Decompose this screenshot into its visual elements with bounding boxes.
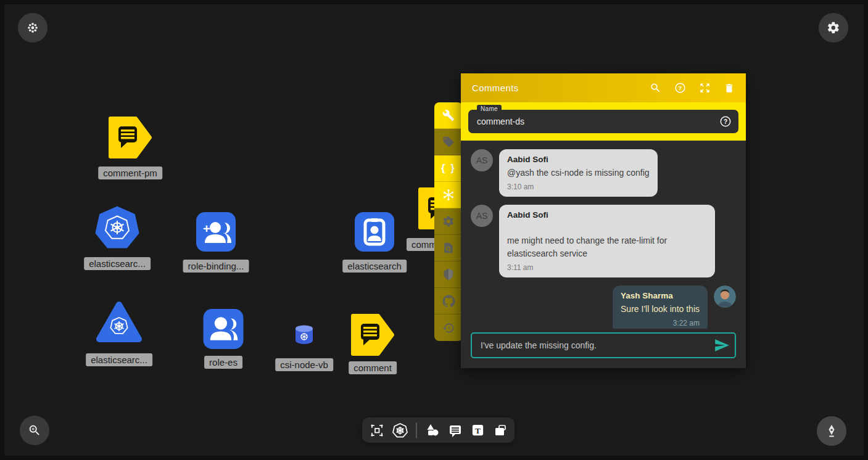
message-bubble: Aabid Sofi @yash the csi-node is missing… — [499, 149, 658, 197]
pen-tool-button[interactable] — [817, 416, 846, 446]
message-text: @yash the csi-node is missing config — [507, 166, 650, 179]
message-author: Aabid Sofi — [507, 210, 707, 220]
delete-icon[interactable] — [724, 83, 735, 94]
message-row: AS Aabid Sofi me might need to change th… — [471, 205, 736, 277]
expand-icon[interactable] — [699, 82, 711, 94]
history-tool-button[interactable] — [434, 314, 463, 341]
canvas[interactable]: comment-pm elasticsearc... + role-bindin… — [4, 4, 864, 456]
github-tool-button[interactable] — [434, 288, 463, 314]
settings-button[interactable] — [819, 13, 848, 43]
node-action-toolbar: { } — [434, 102, 463, 341]
app-flower-button[interactable] — [18, 13, 48, 43]
help-icon[interactable]: ? — [719, 115, 732, 128]
node-comment-pm[interactable] — [108, 116, 152, 162]
node-comment[interactable] — [350, 313, 395, 359]
message-author: Aabid Sofi — [507, 155, 650, 164]
comments-panel-header[interactable]: Comments ? — [461, 73, 746, 102]
shape-palette-toolbar: T — [362, 417, 515, 443]
history-icon — [442, 322, 455, 334]
help-icon[interactable]: ? — [674, 82, 686, 94]
comments-panel: Comments ? Name — [461, 73, 746, 368]
message-time: 3:11 am — [507, 263, 707, 272]
avatar-initials: AS — [471, 205, 493, 227]
node-elasticsearch-heptagon[interactable] — [95, 206, 139, 253]
kubernetes-heptagon-icon — [95, 206, 139, 250]
kubernetes-tool-button[interactable] — [392, 422, 408, 438]
avatar-photo — [714, 285, 736, 308]
search-icon[interactable] — [650, 82, 661, 94]
scan-document-icon — [442, 242, 455, 254]
shield-icon — [442, 268, 455, 281]
toolbar-divider — [416, 422, 417, 438]
node-label-csi-node-vb: csi-node-vb — [275, 358, 333, 371]
svg-text:?: ? — [679, 84, 682, 91]
message-bubble: Aabid Sofi me might need to change the r… — [499, 205, 715, 277]
node-csi-node-vb[interactable] — [294, 324, 315, 348]
node-elasticsearch-serviceaccount[interactable] — [355, 212, 394, 254]
chat-message-input[interactable] — [471, 332, 736, 358]
role-binding-icon: + — [196, 212, 236, 252]
components-icon — [370, 423, 384, 438]
node-label-elasticsearch-1: elasticsearc... — [84, 257, 151, 270]
storage-cylinder-icon — [294, 324, 315, 345]
settings-tool-button[interactable] — [434, 208, 463, 235]
shield-tool-button[interactable] — [434, 261, 463, 288]
message-author: Yash Sharma — [621, 291, 700, 300]
avatar-initials: AS — [471, 149, 493, 171]
node-label-comment-pm: comment-pm — [98, 166, 162, 179]
service-account-icon — [355, 212, 394, 252]
pen-nib-icon — [824, 424, 839, 438]
message-bubble: Yash Sharma Sure I'll look into this 3:2… — [613, 285, 708, 329]
kubernetes-triangle-icon — [96, 301, 143, 344]
message-list[interactable]: AS Aabid Sofi @yash the csi-node is miss… — [461, 141, 746, 329]
zoom-in-button[interactable] — [20, 416, 49, 445]
components-tool-button[interactable] — [370, 423, 384, 438]
comment-icon — [448, 423, 463, 438]
node-label-role-binding: role-binding... — [183, 260, 249, 273]
text-icon: T — [471, 423, 485, 437]
role-icon — [203, 309, 244, 349]
tag-tool-button[interactable] — [434, 129, 463, 155]
shapes-icon — [425, 423, 440, 438]
message-row: AS Aabid Sofi @yash the csi-node is miss… — [471, 149, 736, 197]
person-photo-icon — [714, 285, 736, 308]
scan-document-tool-button[interactable] — [434, 235, 463, 261]
shapes-tool-button[interactable] — [425, 423, 440, 438]
comment-shape-icon — [350, 313, 395, 356]
svg-text:T: T — [475, 426, 481, 435]
svg-text:?: ? — [724, 118, 727, 125]
message-text: me might need to change the rate-limit f… — [507, 234, 707, 260]
gear-icon — [442, 215, 455, 228]
svg-text:+: + — [203, 222, 210, 236]
name-section: Name ? — [461, 102, 746, 141]
chat-input-row — [471, 332, 736, 358]
frame-icon — [493, 423, 508, 438]
message-row: Yash Sharma Sure I'll look into this 3:2… — [471, 285, 736, 329]
kubernetes-icon — [392, 422, 408, 438]
message-time: 3:10 am — [507, 183, 650, 191]
message-text: Sure I'll look into this — [621, 303, 700, 315]
hub-icon — [442, 188, 455, 202]
github-icon — [442, 295, 455, 308]
hub-tool-button[interactable] — [434, 182, 463, 208]
node-label-role-es: role-es — [204, 356, 242, 369]
send-icon[interactable] — [714, 337, 730, 353]
flower-icon — [26, 21, 39, 35]
name-input[interactable] — [468, 110, 738, 133]
panel-title: Comments — [472, 83, 519, 93]
frame-tool-button[interactable] — [493, 423, 508, 438]
braces-tool-button[interactable]: { } — [434, 155, 463, 182]
node-label-comment: comment — [349, 361, 397, 374]
text-tool-button[interactable]: T — [471, 423, 485, 437]
comment-tool-button[interactable] — [448, 423, 463, 438]
name-field-label: Name — [477, 105, 502, 113]
node-role-es[interactable] — [203, 309, 244, 351]
wrench-tool-button[interactable] — [434, 102, 463, 129]
node-label-elasticsearch-2: elasticsearch — [342, 260, 407, 273]
comment-shape-icon — [108, 116, 152, 159]
node-elasticsearch-triangle[interactable] — [96, 301, 143, 347]
gear-icon — [827, 21, 840, 35]
wrench-icon — [442, 109, 455, 121]
node-label-elasticsearch-3: elasticsearc... — [86, 353, 152, 366]
node-role-binding[interactable]: + — [196, 212, 236, 254]
